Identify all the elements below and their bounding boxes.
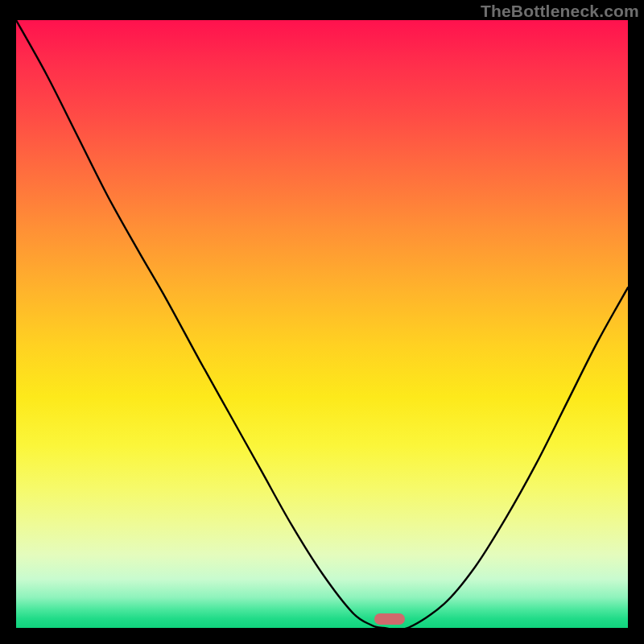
chart-frame: TheBottleneck.com <box>0 0 644 644</box>
optimal-marker <box>374 613 405 625</box>
watermark-text: TheBottleneck.com <box>481 2 639 21</box>
plot-area <box>16 20 628 628</box>
bottleneck-curve <box>16 20 628 628</box>
